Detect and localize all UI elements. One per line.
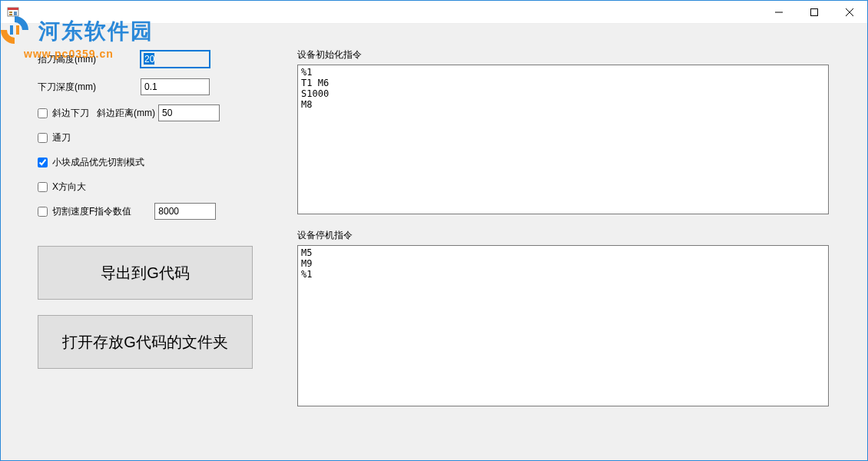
svg-rect-6 <box>811 8 818 15</box>
export-gcode-button[interactable]: 导出到G代码 <box>38 246 253 300</box>
left-panel: 抬刀高度(mm) // override so selected text re… <box>38 51 276 384</box>
app-window: 河东软件园 www.pc0359.cn 抬刀高度(mm) // override… <box>0 0 868 461</box>
minimize-button[interactable] <box>761 1 797 24</box>
init-cmd-textarea[interactable] <box>297 65 829 214</box>
open-gcode-folder-button[interactable]: 打开存放G代码的文件夹 <box>38 315 253 369</box>
lift-height-label: 抬刀高度(mm) <box>38 53 137 66</box>
cut-speed-f-input[interactable] <box>154 203 216 220</box>
svg-rect-3 <box>9 14 12 15</box>
small-piece-priority-checkbox[interactable] <box>38 158 48 167</box>
cut-depth-label: 下刀深度(mm) <box>38 81 137 94</box>
through-cut-label: 通刀 <box>52 131 71 144</box>
x-direction-large-checkbox[interactable] <box>38 182 48 192</box>
bevel-distance-input[interactable] <box>158 104 220 121</box>
right-panel: 设备初始化指令 设备停机指令 <box>297 48 830 421</box>
export-gcode-label: 导出到G代码 <box>101 263 190 284</box>
maximize-button[interactable] <box>797 1 832 24</box>
svg-rect-9 <box>10 25 13 35</box>
stop-cmd-textarea[interactable] <box>297 245 829 406</box>
client-area: 河东软件园 www.pc0359.cn 抬刀高度(mm) // override… <box>1 24 867 460</box>
init-cmd-label: 设备初始化指令 <box>297 48 830 61</box>
stop-cmd-label: 设备停机指令 <box>297 229 830 242</box>
open-gcode-folder-label: 打开存放G代码的文件夹 <box>62 332 228 353</box>
svg-rect-1 <box>8 8 18 10</box>
small-piece-priority-label: 小块成品优先切割模式 <box>52 156 144 169</box>
cut-depth-input[interactable] <box>141 78 210 95</box>
svg-rect-10 <box>16 25 19 35</box>
bevel-cut-checkbox[interactable] <box>38 108 48 118</box>
svg-rect-2 <box>9 12 12 13</box>
bevel-distance-label: 斜边距离(mm) <box>97 107 155 120</box>
lift-height-input[interactable] <box>141 51 210 68</box>
close-button[interactable] <box>832 1 867 24</box>
x-direction-large-label: X方向大 <box>52 181 86 194</box>
through-cut-checkbox[interactable] <box>38 133 48 143</box>
bevel-cut-label: 斜边下刀 <box>52 107 89 120</box>
cut-speed-f-label: 切割速度F指令数值 <box>52 205 131 218</box>
app-icon <box>7 6 19 18</box>
cut-speed-f-checkbox[interactable] <box>38 207 48 217</box>
svg-rect-4 <box>14 12 17 15</box>
titlebar <box>1 1 867 24</box>
